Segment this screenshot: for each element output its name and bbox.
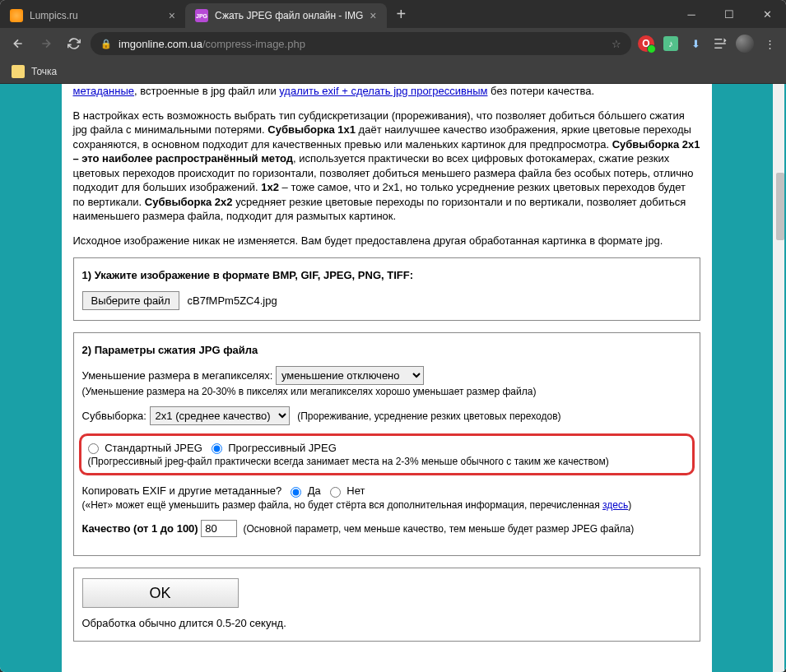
subsample-hint: (Прореживание, усреднение резких цветовы… (297, 410, 560, 422)
radio-progressive-jpeg[interactable]: Прогрессивный JPEG (212, 442, 337, 454)
row-exif: Копировать EXIF и другие метаданные? Да … (82, 484, 691, 512)
link-remove-exif[interactable]: удалить exif + сделать jpg прогрессивным (279, 85, 487, 97)
radio-standard-jpeg-input[interactable] (88, 443, 99, 454)
section-params-heading: 2) Параметры сжатия JPG файла (82, 343, 691, 358)
quality-input[interactable] (201, 520, 237, 537)
exif-label: Копировать EXIF и другие метаданные? (82, 484, 282, 497)
subsampling-description: В настройках есть возможность выбрать ти… (73, 109, 700, 224)
favicon-lumpics (10, 9, 23, 22)
address-bar[interactable]: 🔒 imgonline.com.ua/compress-image.php ☆ (91, 32, 631, 55)
section-params: 2) Параметры сжатия JPG файла Уменьшение… (73, 332, 700, 556)
bookmarks-bar: Точка (0, 59, 786, 84)
radio-standard-jpeg[interactable]: Стандартный JPEG (88, 442, 202, 454)
section-file-heading: 1) Укажите изображение в формате BMP, GI… (82, 268, 691, 283)
row-subsample: Субвыборка: 2x1 (среднее качество) (Прор… (82, 406, 691, 425)
jpeg-type-group: Стандартный JPEG Прогрессивный JPEG (Про… (79, 433, 695, 476)
radio-progressive-jpeg-input[interactable] (212, 443, 222, 454)
star-icon[interactable]: ☆ (612, 38, 621, 50)
window-maximize[interactable]: ☐ (710, 0, 748, 28)
titlebar: Lumpics.ru × JPG Сжать JPEG файл онлайн … (0, 0, 786, 28)
extension-music[interactable]: ♪ (661, 34, 681, 53)
radio-exif-yes-input[interactable] (291, 487, 301, 498)
exif-hint: («Нет» может ещё уменьшить размер файла,… (82, 498, 691, 512)
ok-button[interactable]: OK (82, 578, 239, 608)
intro-line: метаданные, встроенные в jpg файл или уд… (73, 84, 700, 99)
reload-button[interactable] (63, 32, 86, 55)
subsample-label: Субвыборка: (82, 410, 147, 422)
folder-icon (12, 65, 25, 78)
close-tab-icon[interactable]: × (169, 9, 175, 22)
row-quality: Качество (от 1 до 100) (Основной парамет… (82, 520, 691, 537)
jpeg-type-hint: (Прогрессивный jpeg-файл практически все… (88, 455, 686, 468)
reduce-select[interactable]: уменьшение отключено (276, 366, 424, 385)
choose-file-button[interactable]: Выберите файл (82, 291, 179, 310)
link-exif-here[interactable]: здесь (602, 499, 628, 511)
window-minimize[interactable]: ─ (672, 0, 710, 28)
scrollbar-thumb[interactable] (776, 173, 784, 240)
extension-download[interactable]: ⬇ (686, 34, 705, 53)
radio-exif-no-input[interactable] (330, 487, 341, 498)
favicon-imgonline: JPG (195, 9, 208, 22)
source-note: Исходное изображение никак не изменяется… (73, 234, 700, 248)
reduce-label: Уменьшение размера в мегапикселях: (82, 369, 273, 382)
new-tab-button[interactable]: + (387, 0, 416, 28)
bookmark-label[interactable]: Точка (31, 66, 57, 77)
back-button[interactable] (7, 32, 30, 55)
file-name: cB7fMPm5ZC4.jpg (188, 294, 277, 307)
profile-avatar[interactable] (735, 34, 755, 53)
ok-hint: Обработка обычно длится 0.5-20 секунд. (82, 616, 691, 631)
window-close[interactable]: ✕ (748, 0, 786, 28)
page-content: метаданные, встроенные в jpg файл или уд… (62, 84, 712, 672)
extension-opera[interactable]: O (636, 34, 656, 53)
section-file: 1) Укажите изображение в формате BMP, GI… (73, 257, 700, 321)
section-submit: OK Обработка обычно длится 0.5-20 секунд… (73, 568, 700, 642)
radio-exif-yes[interactable]: Да (291, 484, 321, 497)
menu-icon[interactable]: ⋮ (760, 34, 779, 53)
tab-imgonline[interactable]: JPG Сжать JPEG файл онлайн - IMG × (185, 3, 387, 28)
forward-button[interactable] (35, 32, 58, 55)
row-reduce: Уменьшение размера в мегапикселях: умень… (82, 366, 691, 398)
quality-hint: (Основной параметр, чем меньше качество,… (244, 523, 635, 535)
quality-label: Качество (от 1 до 100) (82, 522, 198, 535)
reduce-hint: (Уменьшение размера на 20-30% в пикселях… (82, 385, 691, 398)
radio-exif-no[interactable]: Нет (330, 484, 365, 497)
subsample-select[interactable]: 2x1 (среднее качество) (150, 406, 290, 425)
media-control-icon[interactable] (710, 34, 730, 53)
tab-title: Сжать JPEG файл онлайн - IMG (215, 10, 363, 21)
tab-title: Lumpics.ru (30, 10, 162, 21)
close-tab-icon[interactable]: × (370, 9, 376, 22)
toolbar: 🔒 imgonline.com.ua/compress-image.php ☆ … (0, 28, 786, 59)
lock-icon: 🔒 (100, 39, 112, 49)
link-metadata[interactable]: метаданные (73, 85, 135, 97)
tab-lumpics[interactable]: Lumpics.ru × (0, 3, 185, 28)
url-text: imgonline.com.ua/compress-image.php (119, 38, 605, 50)
viewport: метаданные, встроенные в jpg файл или уд… (0, 84, 786, 672)
